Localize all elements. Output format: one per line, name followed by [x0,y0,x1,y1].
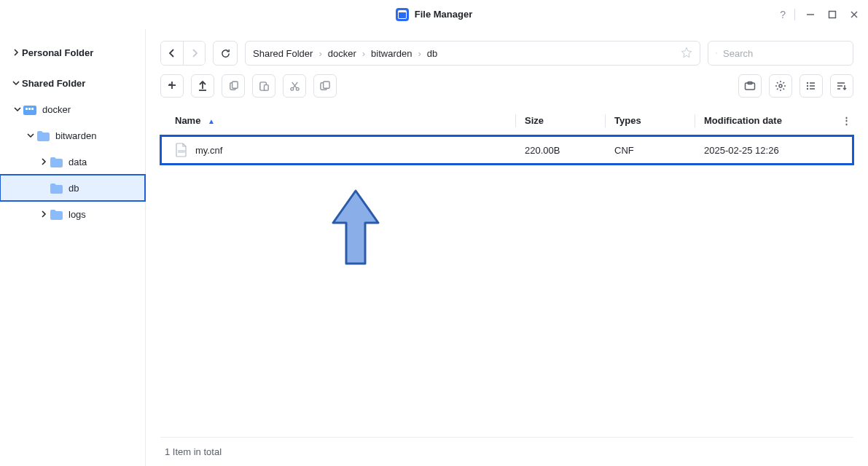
search-input[interactable] [723,48,845,59]
breadcrumb-item[interactable]: db [427,48,437,59]
file-table: Name ▲ Size Types Modification date ⋮ my… [160,106,853,437]
svg-rect-23 [324,81,329,87]
tree-item-bitwarden[interactable]: bitwarden [0,122,145,149]
close-button[interactable] [848,8,861,21]
chevron-right-icon: › [362,48,365,59]
file-icon [175,143,188,157]
breadcrumb-item[interactable]: docker [328,48,356,59]
nav-history-group [160,41,206,66]
tree-item-db[interactable]: db [0,175,145,201]
sidebar-item-personal[interactable]: Personal Folder [0,39,145,66]
tree-item-logs[interactable]: logs [0,201,145,227]
maximize-button[interactable] [826,8,839,21]
view-list-button[interactable] [799,74,823,98]
svg-point-26 [779,84,782,87]
svg-rect-7 [31,108,34,110]
svg-rect-5 [26,108,28,110]
column-date-header[interactable]: Modification date [704,115,839,126]
tree-label: docker [42,104,71,115]
chevron-right-icon: › [418,48,421,59]
file-size: 220.00B [525,145,605,156]
breadcrumb-item[interactable]: bitwarden [371,48,412,59]
svg-point-18 [290,87,293,90]
forward-button[interactable] [183,42,205,65]
breadcrumb-item[interactable]: Shared Folder [253,48,313,59]
sort-button[interactable] [830,74,853,98]
tree-label: Shared Folder [22,78,85,89]
new-button[interactable] [160,74,184,98]
back-button[interactable] [161,42,183,65]
paste-button[interactable] [252,74,275,98]
chevron-right-icon: › [318,48,321,59]
tree-label: data [69,157,87,167]
content-pane: Shared Folder › docker › bitwarden › db [146,29,868,466]
chevron-down-icon [12,106,23,113]
svg-rect-36 [178,150,185,153]
refresh-button[interactable] [213,41,238,66]
folder-icon [36,130,50,141]
search-box[interactable] [708,41,853,66]
file-date: 2025-02-25 12:26 [704,145,839,156]
archive-button[interactable] [738,74,762,98]
tree-item-data[interactable]: data [0,149,145,175]
tree-item-docker[interactable]: docker [0,96,145,122]
svg-point-8 [716,52,716,53]
svg-point-29 [807,85,808,87]
tree-label: Personal Folder [22,47,93,58]
sidebar-item-shared[interactable]: Shared Folder [0,70,145,96]
cut-button[interactable] [283,74,306,98]
sidebar: Personal Folder Shared Folder docker bit… [0,29,146,466]
tree-label: bitwarden [55,130,96,141]
table-row[interactable]: my.cnf 220.00B CNF 2025-02-25 12:26 [160,135,853,165]
folder-icon [50,183,63,194]
minimize-button[interactable] [804,8,817,21]
svg-point-27 [807,82,808,84]
column-name-header[interactable]: Name ▲ [175,115,515,126]
upload-button[interactable] [191,74,214,98]
svg-point-19 [296,87,299,90]
chevron-right-icon [38,210,50,218]
breadcrumb: Shared Folder › docker › bitwarden › db [245,41,700,66]
chevron-down-icon [10,79,22,87]
folder-icon [50,157,63,167]
chevron-right-icon [38,158,50,165]
table-header: Name ▲ Size Types Modification date ⋮ [160,106,853,135]
chevron-right-icon [10,49,22,56]
file-type: CNF [614,145,695,156]
help-icon[interactable]: ? [780,9,786,20]
copy-button[interactable] [222,74,245,98]
divider [794,9,795,20]
file-name: my.cnf [195,145,222,156]
status-bar: 1 Item in total [160,437,853,466]
svg-rect-15 [232,81,238,87]
svg-rect-6 [28,108,31,110]
sort-asc-icon: ▲ [208,117,215,125]
column-size-header[interactable]: Size [525,115,605,126]
chevron-down-icon [25,132,36,139]
search-icon [716,48,717,58]
svg-rect-1 [829,11,836,17]
title-bar: File Manager ? [0,0,868,29]
svg-line-9 [716,53,717,54]
settings-button[interactable] [769,74,792,98]
window-title: File Manager [415,9,472,20]
new-window-button[interactable] [313,74,337,98]
tree-label: db [69,183,79,194]
column-types-header[interactable]: Types [614,115,695,126]
docker-icon [23,104,36,115]
column-menu-button[interactable]: ⋮ [839,115,853,126]
folder-icon [50,209,63,220]
favorite-star-icon[interactable] [681,47,692,60]
app-icon [396,8,409,21]
status-total: 1 Item in total [165,446,222,457]
tree-label: logs [69,209,86,220]
svg-rect-4 [23,106,36,115]
svg-point-31 [807,88,808,90]
svg-rect-17 [264,84,268,90]
